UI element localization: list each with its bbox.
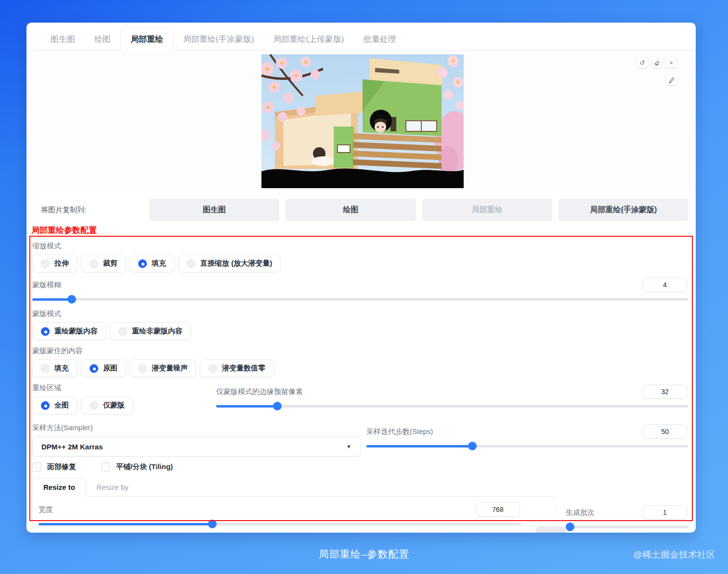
radio-circle-icon [187, 259, 195, 268]
radio-circle-icon [41, 364, 50, 373]
radio-inpaint-masked[interactable]: 重绘蒙版内容 [32, 322, 106, 340]
tiling-label: 平铺/分块 (Tiling) [116, 462, 173, 472]
batch-count-label: 生成批次 [566, 507, 595, 518]
eraser-icon[interactable] [651, 57, 662, 68]
annotation-title: 局部重绘参数配置 [31, 225, 696, 236]
radio-circle-icon [90, 364, 98, 373]
radio-label: 原图 [103, 364, 117, 373]
radio-label: 潜变量数值零 [222, 364, 265, 373]
radio-label: 直接缩放 (放大潜变量) [200, 259, 272, 268]
resize-mode-label: 缩放模式 [32, 241, 688, 251]
masked-content-label: 蒙版蒙住的内容 [32, 345, 688, 356]
swap-dimensions-button[interactable] [535, 526, 566, 533]
mask-blur-value[interactable]: 4 [643, 278, 687, 292]
radio-latent-nothing[interactable]: 潜变量数值零 [200, 359, 274, 377]
radio-circle-icon [90, 259, 98, 268]
radio-circle-icon [90, 401, 98, 410]
radio-circle-icon [138, 364, 147, 373]
radio-label: 裁剪 [103, 259, 117, 268]
radio-label: 仅蒙版 [103, 401, 125, 410]
chevron-down-icon: ▼ [346, 444, 351, 449]
mask-mode-label: 蒙版模式 [32, 308, 688, 319]
mask-blur-slider[interactable] [32, 295, 688, 304]
radio-crop[interactable]: 裁剪 [81, 255, 126, 272]
sampler-label: 采样方法(Sampler) [32, 422, 361, 433]
app-window: 图生图 绘图 局部重绘 局部重绘(手涂蒙版) 局部重绘(上传蒙版) 批量处理 [26, 23, 696, 533]
radio-label: 重绘非蒙版内容 [132, 327, 182, 336]
restore-faces-checkbox[interactable]: 面部修复 [32, 462, 76, 472]
radio-fill[interactable]: 填充 [130, 255, 175, 272]
radio-circle-icon [138, 259, 147, 268]
tab-batch[interactable]: 批量处理 [354, 28, 406, 50]
radio-circle-icon [208, 364, 217, 373]
radio-inpaint-not-masked[interactable]: 重绘非蒙版内容 [110, 322, 191, 340]
tab-img2img[interactable]: 图生图 [41, 28, 85, 50]
footer-caption: 局部重绘–参数配置 [0, 548, 728, 561]
radio-label: 重绘蒙版内容 [54, 327, 98, 336]
tab-sketch[interactable]: 绘图 [85, 28, 120, 50]
masked-content-group: 填充 原图 潜变量噪声 潜变量数值零 [32, 359, 688, 377]
radio-label: 填充 [152, 259, 166, 268]
watermark: @稀土掘金技术社区 [633, 548, 715, 561]
checkbox-icon [32, 462, 41, 472]
radio-only-masked[interactable]: 仅蒙版 [81, 396, 133, 414]
tab-resize-to[interactable]: Resize to [32, 478, 86, 497]
mask-mode-group: 重绘蒙版内容 重绘非蒙版内容 [32, 322, 688, 340]
sampler-value: DPM++ 2M Karras [41, 443, 103, 451]
radio-circle-icon [41, 327, 50, 336]
tiling-checkbox[interactable]: 平铺/分块 (Tiling) [101, 462, 173, 472]
radio-circle-icon [41, 259, 50, 268]
resize-mode-group: 拉伸 裁剪 填充 直接缩放 (放大潜变量) [32, 255, 688, 272]
copy-to-sketch-button[interactable]: 绘图 [286, 199, 416, 221]
main-tab-bar: 图生图 绘图 局部重绘 局部重绘(手涂蒙版) 局部重绘(上传蒙版) 批量处理 [26, 23, 696, 51]
tab-resize-by[interactable]: Resize by [86, 478, 139, 496]
copy-to-inpaint-sketch-button[interactable]: 局部重绘(手涂蒙版) [559, 199, 689, 221]
radio-label: 全图 [54, 401, 69, 410]
batch-count-value[interactable]: 1 [643, 505, 687, 520]
radio-latent-noise[interactable]: 潜变量噪声 [130, 359, 196, 377]
steps-slider[interactable] [366, 442, 688, 450]
copy-to-label: 将图片复制到: [41, 205, 143, 215]
steps-label: 采样迭代步数(Steps) [366, 426, 433, 437]
options-row: 面部修复 平铺/分块 (Tiling) [32, 462, 688, 472]
checkbox-icon [101, 462, 110, 472]
radio-circle-icon [41, 401, 50, 410]
radio-original[interactable]: 原图 [81, 359, 126, 377]
width-label: 宽度 [39, 504, 53, 515]
resize-tab-bar: Resize to Resize by [32, 476, 555, 497]
radio-latent-upscale[interactable]: 直接缩放 (放大潜变量) [178, 255, 281, 272]
batch-count-slider[interactable] [566, 523, 688, 531]
radio-stretch[interactable]: 拉伸 [32, 255, 78, 272]
close-icon[interactable]: × [666, 57, 676, 68]
steps-value[interactable]: 50 [643, 424, 687, 439]
radio-label: 填充 [54, 364, 69, 373]
sampler-dropdown[interactable]: DPM++ 2M Karras ▼ [32, 436, 361, 457]
resize-to-panel: 宽度 768 [32, 497, 555, 533]
copy-to-inpaint-button[interactable]: 局部重绘 [422, 199, 552, 221]
tab-inpaint-sketch[interactable]: 局部重绘(手涂蒙版) [173, 28, 263, 50]
radio-whole-picture[interactable]: 全图 [32, 396, 78, 414]
inpaint-area-group: 全图 仅蒙版 [32, 396, 210, 414]
only-masked-padding-label: 仅蒙版模式的边缘预留像素 [216, 386, 303, 397]
inpaint-area-label: 重绘区域 [32, 383, 210, 393]
preview-image[interactable] [261, 54, 464, 188]
copy-to-row: 将图片复制到: 图生图 绘图 局部重绘 局部重绘(手涂蒙版) [26, 191, 696, 221]
radio-fill-content[interactable]: 填充 [32, 359, 78, 377]
image-preview-area: ↺ × [26, 51, 696, 191]
preview-toolbar: ↺ × [637, 57, 676, 68]
radio-circle-icon [118, 327, 127, 336]
undo-icon[interactable]: ↺ [637, 57, 648, 68]
inpaint-params-section: 缩放模式 拉伸 裁剪 填充 直接缩放 (放大潜变量) 蒙版模糊 4 蒙版模式 重… [26, 236, 696, 533]
copy-to-img2img-button[interactable]: 图生图 [149, 199, 279, 221]
tab-inpaint-upload[interactable]: 局部重绘(上传蒙版) [263, 28, 353, 50]
width-value[interactable]: 768 [476, 502, 520, 517]
restore-faces-label: 面部修复 [47, 462, 76, 472]
radio-label: 潜变量噪声 [152, 364, 188, 373]
only-masked-padding-slider[interactable] [216, 402, 688, 410]
only-masked-padding-value[interactable]: 32 [643, 384, 687, 399]
brush-icon[interactable] [666, 75, 676, 85]
tab-inpaint[interactable]: 局部重绘 [120, 28, 173, 51]
radio-label: 拉伸 [54, 259, 69, 268]
batch-count-column: 生成批次 1 [566, 497, 688, 533]
width-slider[interactable] [39, 520, 521, 528]
